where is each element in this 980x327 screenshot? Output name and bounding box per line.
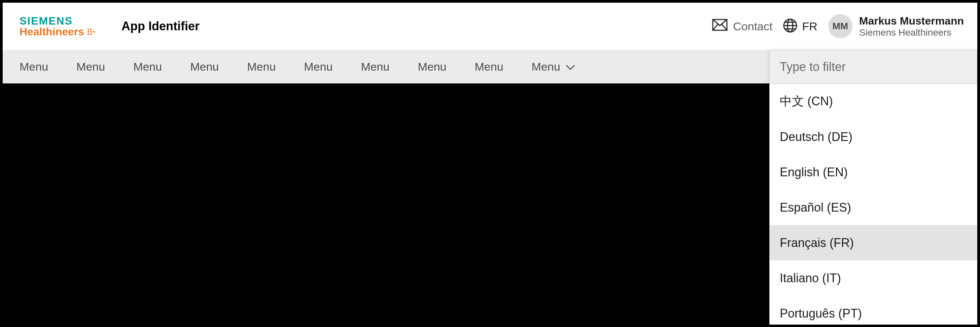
language-filter-row [770, 50, 977, 84]
nav-item-5[interactable]: Menu [304, 60, 332, 73]
language-list[interactable]: 中文 (CN)Deutsch (DE)English (EN)Español (… [770, 84, 977, 324]
nav-item-label: Menu [133, 60, 162, 73]
language-code: FR [802, 20, 817, 33]
nav-item-label: Menu [76, 60, 105, 73]
nav-item-label: Menu [247, 60, 275, 73]
user-org: Siemens Healthineers [859, 27, 964, 38]
nav-item-1[interactable]: Menu [76, 60, 105, 73]
language-selector[interactable]: FR [783, 19, 817, 34]
header: SIEMENS Healthineers App Identifier [3, 3, 977, 50]
nav-item-label: Menu [475, 60, 503, 73]
nav-item-6[interactable]: Menu [361, 60, 390, 73]
contact-link[interactable]: Contact [712, 19, 772, 33]
user-info: Markus Mustermann Siemens Healthineers [859, 15, 964, 38]
user-name: Markus Mustermann [859, 15, 964, 27]
logo-dots-icon [88, 29, 95, 35]
nav-item-7[interactable]: Menu [418, 60, 446, 73]
nav-item-0[interactable]: Menu [19, 60, 48, 73]
language-option[interactable]: Español (ES) [770, 190, 977, 225]
nav-item-3[interactable]: Menu [190, 60, 219, 73]
siemens-healthineers-logo[interactable]: SIEMENS Healthineers [19, 16, 95, 37]
nav-item-label: Menu [418, 60, 446, 73]
nav-item-2[interactable]: Menu [133, 60, 162, 73]
language-option[interactable]: English (EN) [770, 154, 977, 190]
language-dropdown: 中文 (CN)Deutsch (DE)English (EN)Español (… [769, 50, 977, 325]
avatar: MM [828, 14, 853, 38]
logo-line2: Healthineers [19, 26, 95, 37]
globe-icon [783, 19, 797, 34]
nav-item-label: Menu [532, 60, 560, 73]
chevron-down-icon [566, 60, 575, 73]
nav-item-label: Menu [304, 60, 332, 73]
nav-item-4[interactable]: Menu [247, 60, 275, 73]
nav-item-label: Menu [190, 60, 219, 73]
language-option[interactable]: Português (PT) [770, 296, 977, 324]
user-section[interactable]: MM Markus Mustermann Siemens Healthineer… [828, 14, 964, 38]
app-identifier: App Identifier [121, 19, 200, 33]
nav-item-label: Menu [19, 60, 48, 73]
language-option[interactable]: Français (FR) [770, 225, 977, 260]
language-option[interactable]: Italiano (IT) [770, 260, 977, 296]
language-filter-input[interactable] [780, 60, 967, 74]
header-left: SIEMENS Healthineers App Identifier [19, 16, 200, 37]
language-option[interactable]: 中文 (CN) [770, 84, 977, 119]
logo-line1: SIEMENS [19, 16, 95, 26]
nav-item-label: Menu [361, 60, 390, 73]
app-frame: SIEMENS Healthineers App Identifier [3, 3, 977, 324]
header-right: Contact FR MM Markus Mustermann [712, 14, 964, 38]
language-option[interactable]: Deutsch (DE) [770, 119, 977, 154]
nav-item-8[interactable]: Menu [475, 60, 503, 73]
nav-item-9[interactable]: Menu [532, 60, 575, 73]
mail-icon [712, 19, 728, 33]
contact-label: Contact [733, 20, 772, 33]
